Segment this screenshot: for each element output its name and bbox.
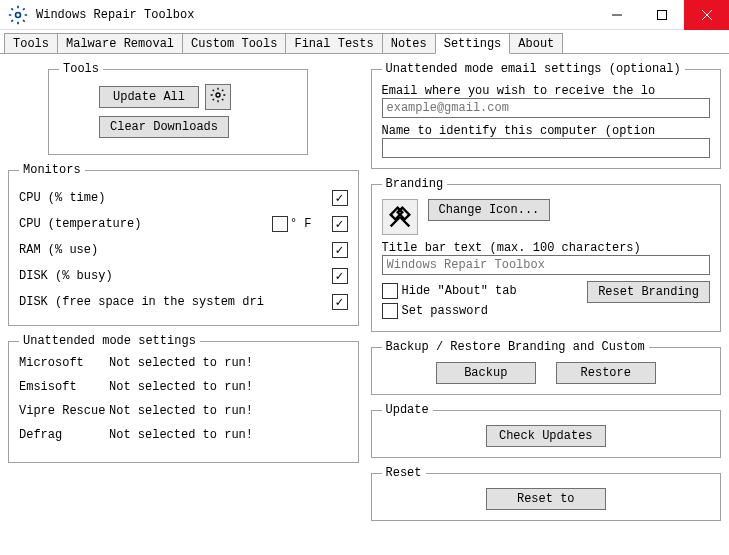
reset-branding-button[interactable]: Reset Branding: [587, 281, 710, 303]
unattended-defrag-status: Not selected to run!: [109, 428, 253, 442]
email-field-label: Email where you wish to receive the lo: [382, 84, 711, 98]
monitor-disk-busy-checkbox[interactable]: ✓: [332, 268, 348, 284]
left-column: Tools Update All Clear Downloads Monitor…: [8, 62, 359, 547]
change-icon-button[interactable]: Change Icon...: [428, 199, 551, 221]
tools-group: Tools Update All Clear Downloads: [48, 62, 308, 155]
update-all-button[interactable]: Update All: [99, 86, 199, 108]
restore-button[interactable]: Restore: [556, 362, 656, 384]
monitors-legend: Monitors: [19, 163, 85, 177]
set-password-checkbox[interactable]: [382, 303, 398, 319]
unattended-defrag-label: Defrag: [19, 428, 109, 442]
hide-about-checkbox[interactable]: [382, 283, 398, 299]
monitor-disk-busy-label: DISK (% busy): [19, 269, 332, 283]
tab-malware-removal[interactable]: Malware Removal: [57, 33, 183, 54]
brand-icon-preview: [382, 199, 418, 235]
monitor-cpu-time-checkbox[interactable]: ✓: [332, 190, 348, 206]
close-button[interactable]: [684, 0, 729, 30]
gear-icon: [210, 87, 226, 103]
monitor-disk-free-checkbox[interactable]: ✓: [332, 294, 348, 310]
computer-name-label: Name to identify this computer (option: [382, 124, 711, 138]
backup-legend: Backup / Restore Branding and Custom: [382, 340, 649, 354]
tab-settings[interactable]: Settings: [435, 33, 511, 54]
unattended-microsoft-label: Microsoft: [19, 356, 109, 370]
fahrenheit-checkbox[interactable]: [272, 216, 288, 232]
unattended-legend: Unattended mode settings: [19, 334, 200, 348]
branding-group: Branding Change Icon... Title bar text (…: [371, 177, 722, 332]
tools-icon: [386, 203, 414, 231]
monitor-cpu-temp-label: CPU (temperature): [19, 217, 272, 231]
monitor-disk-free-label: DISK (free space in the system dri: [19, 295, 332, 309]
svg-rect-2: [657, 10, 666, 19]
update-settings-button[interactable]: [205, 84, 231, 110]
monitor-ram-checkbox[interactable]: ✓: [332, 242, 348, 258]
check-updates-button[interactable]: Check Updates: [486, 425, 606, 447]
tools-legend: Tools: [59, 62, 103, 76]
fahrenheit-label: ° F: [290, 217, 312, 231]
unattended-microsoft-status: Not selected to run!: [109, 356, 253, 370]
clear-downloads-button[interactable]: Clear Downloads: [99, 116, 229, 138]
svg-point-0: [16, 12, 21, 17]
settings-pane: Tools Update All Clear Downloads Monitor…: [0, 54, 729, 555]
maximize-button[interactable]: [639, 0, 684, 30]
monitor-cpu-time-label: CPU (% time): [19, 191, 332, 205]
tab-custom-tools[interactable]: Custom Tools: [182, 33, 286, 54]
email-legend: Unattended mode email settings (optional…: [382, 62, 685, 76]
unattended-vipre-label: Vipre Rescue: [19, 404, 109, 418]
reset-to-button[interactable]: Reset to: [486, 488, 606, 510]
tab-tools[interactable]: Tools: [4, 33, 58, 54]
reset-group: Reset Reset to: [371, 466, 722, 521]
unattended-vipre-status: Not selected to run!: [109, 404, 253, 418]
window-title: Windows Repair Toolbox: [36, 8, 194, 22]
hide-about-label: Hide "About" tab: [402, 284, 517, 298]
computer-name-input[interactable]: [382, 138, 711, 158]
app-icon: [8, 5, 28, 25]
tab-final-tests[interactable]: Final Tests: [285, 33, 382, 54]
update-legend: Update: [382, 403, 433, 417]
reset-legend: Reset: [382, 466, 426, 480]
monitor-cpu-temp-checkbox[interactable]: ✓: [332, 216, 348, 232]
backup-button[interactable]: Backup: [436, 362, 536, 384]
tab-about[interactable]: About: [509, 33, 563, 54]
titlebar-text-input[interactable]: [382, 255, 711, 275]
branding-legend: Branding: [382, 177, 448, 191]
monitor-ram-label: RAM (% use): [19, 243, 332, 257]
right-column: Unattended mode email settings (optional…: [371, 62, 722, 547]
unattended-emsisoft-status: Not selected to run!: [109, 380, 253, 394]
email-input[interactable]: [382, 98, 711, 118]
set-password-label: Set password: [402, 304, 488, 318]
tab-notes[interactable]: Notes: [382, 33, 436, 54]
update-group: Update Check Updates: [371, 403, 722, 458]
unattended-emsisoft-label: Emsisoft: [19, 380, 109, 394]
email-group: Unattended mode email settings (optional…: [371, 62, 722, 169]
monitors-group: Monitors CPU (% time) ✓ CPU (temperature…: [8, 163, 359, 326]
title-bar: Windows Repair Toolbox: [0, 0, 729, 30]
backup-group: Backup / Restore Branding and Custom Bac…: [371, 340, 722, 395]
minimize-button[interactable]: [594, 0, 639, 30]
tab-bar: Tools Malware Removal Custom Tools Final…: [0, 30, 729, 54]
svg-point-5: [216, 93, 220, 97]
titlebar-text-label: Title bar text (max. 100 characters): [382, 241, 711, 255]
unattended-group: Unattended mode settings Microsoft Not s…: [8, 334, 359, 463]
